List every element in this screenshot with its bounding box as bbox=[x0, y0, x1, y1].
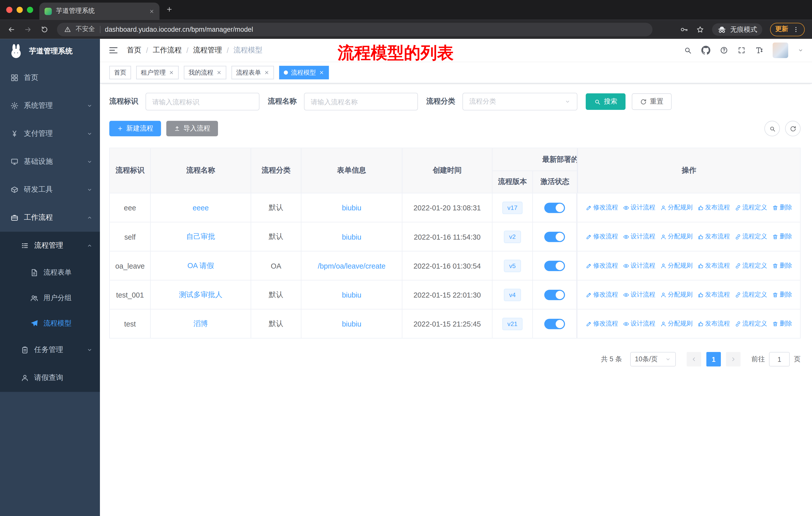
sidebar-item-devtools[interactable]: 研发工具 bbox=[0, 175, 100, 203]
process-name-link[interactable]: 滔博 bbox=[193, 319, 208, 328]
process-definition-link[interactable]: 流程定义 bbox=[734, 261, 767, 270]
prev-page-button[interactable] bbox=[687, 352, 701, 366]
publish-process-link[interactable]: 发布流程 bbox=[697, 261, 730, 270]
sidebar-item-task-management[interactable]: 任务管理 bbox=[0, 336, 100, 364]
page-1-button[interactable]: 1 bbox=[706, 352, 721, 366]
assign-rule-link[interactable]: 分配规则 bbox=[660, 319, 693, 328]
sidebar-item-process-form[interactable]: 流程表单 bbox=[0, 260, 100, 285]
back-button[interactable] bbox=[7, 25, 16, 33]
page-size-select[interactable]: 10条/页 bbox=[630, 352, 676, 366]
edit-process-link[interactable]: 修改流程 bbox=[585, 290, 618, 299]
browser-menu-icon[interactable] bbox=[792, 26, 800, 33]
create-process-button[interactable]: 新建流程 bbox=[109, 121, 161, 136]
assign-rule-link[interactable]: 分配规则 bbox=[660, 290, 693, 299]
form-info-link[interactable]: biubiu bbox=[342, 233, 361, 241]
process-name-link[interactable]: OA 请假 bbox=[187, 261, 214, 270]
process-name-link[interactable]: 自己审批 bbox=[186, 232, 215, 241]
toggle-search-button[interactable] bbox=[764, 121, 780, 136]
goto-page-input[interactable] bbox=[769, 352, 790, 366]
next-page-button[interactable] bbox=[726, 352, 741, 366]
edit-process-link[interactable]: 修改流程 bbox=[585, 203, 618, 212]
window-minimize-button[interactable] bbox=[17, 7, 23, 13]
fullscreen-icon[interactable] bbox=[737, 46, 746, 54]
sidebar-item-payment[interactable]: 支付管理 bbox=[0, 120, 100, 147]
edit-process-link[interactable]: 修改流程 bbox=[585, 261, 618, 270]
process-id-input[interactable] bbox=[145, 93, 260, 110]
sidebar-item-home[interactable]: 首页 bbox=[0, 64, 100, 92]
import-process-button[interactable]: 导入流程 bbox=[166, 121, 218, 136]
process-name-link[interactable]: eeee bbox=[193, 203, 209, 212]
tag-process-form[interactable]: 流程表单 bbox=[232, 66, 274, 79]
process-definition-link[interactable]: 流程定义 bbox=[734, 203, 767, 212]
user-avatar[interactable] bbox=[773, 43, 788, 58]
tag-close-icon[interactable] bbox=[319, 70, 324, 75]
tag-process-model[interactable]: 流程模型 bbox=[279, 66, 329, 79]
tab-close-button[interactable] bbox=[149, 8, 154, 14]
sidebar-item-system[interactable]: 系统管理 bbox=[0, 92, 100, 120]
tag-home[interactable]: 首页 bbox=[109, 66, 131, 79]
password-key-icon[interactable] bbox=[680, 25, 688, 33]
design-process-link[interactable]: 设计流程 bbox=[623, 203, 656, 212]
breadcrumb-item-workflow[interactable]: 工作流程 bbox=[153, 46, 182, 55]
github-icon[interactable] bbox=[701, 46, 710, 55]
publish-process-link[interactable]: 发布流程 bbox=[697, 319, 730, 328]
edit-process-link[interactable]: 修改流程 bbox=[585, 232, 618, 241]
active-toggle[interactable] bbox=[544, 290, 565, 300]
active-toggle[interactable] bbox=[544, 319, 565, 329]
window-close-button[interactable] bbox=[6, 7, 12, 13]
search-button[interactable]: 搜索 bbox=[586, 93, 626, 110]
active-toggle[interactable] bbox=[544, 232, 565, 242]
tag-tenant[interactable]: 租户管理 bbox=[136, 66, 179, 79]
reload-button[interactable] bbox=[40, 25, 49, 33]
forward-button[interactable] bbox=[24, 25, 32, 33]
refresh-table-button[interactable] bbox=[785, 121, 801, 136]
form-info-link[interactable]: biubiu bbox=[342, 320, 361, 328]
design-process-link[interactable]: 设计流程 bbox=[623, 290, 656, 299]
search-icon[interactable] bbox=[684, 46, 692, 54]
publish-process-link[interactable]: 发布流程 bbox=[697, 203, 730, 212]
process-category-select[interactable]: 流程分类 bbox=[462, 93, 577, 110]
publish-process-link[interactable]: 发布流程 bbox=[697, 290, 730, 299]
design-process-link[interactable]: 设计流程 bbox=[623, 232, 656, 241]
breadcrumb-item-home[interactable]: 首页 bbox=[127, 46, 141, 55]
update-button[interactable]: 更新 bbox=[770, 22, 805, 36]
process-definition-link[interactable]: 流程定义 bbox=[734, 232, 767, 241]
sidebar-item-process-management[interactable]: 流程管理 bbox=[0, 232, 100, 260]
process-name-link[interactable]: 测试多审批人 bbox=[179, 290, 223, 299]
edit-process-link[interactable]: 修改流程 bbox=[585, 319, 618, 328]
sidebar-item-infrastructure[interactable]: 基础设施 bbox=[0, 147, 100, 175]
form-info-link[interactable]: /bpm/oa/leave/create bbox=[318, 262, 385, 270]
sidebar-item-workflow[interactable]: 工作流程 bbox=[0, 204, 100, 232]
bookmark-star-icon[interactable] bbox=[696, 25, 704, 33]
sidebar-item-process-model[interactable]: 流程模型 bbox=[0, 310, 100, 336]
browser-tab[interactable]: 芋道管理系统 bbox=[39, 2, 159, 20]
delete-link[interactable]: 删除 bbox=[772, 261, 792, 270]
design-process-link[interactable]: 设计流程 bbox=[623, 319, 656, 328]
active-toggle[interactable] bbox=[544, 261, 565, 271]
font-size-icon[interactable] bbox=[755, 46, 763, 54]
tag-my-process[interactable]: 我的流程 bbox=[184, 66, 226, 79]
address-bar[interactable]: 不安全 dashboard.yudao.iocoder.cn/bpm/manag… bbox=[57, 22, 652, 36]
reset-button[interactable]: 重置 bbox=[632, 93, 671, 110]
delete-link[interactable]: 删除 bbox=[772, 319, 792, 328]
tag-close-icon[interactable] bbox=[169, 70, 174, 75]
sidebar-item-user-group[interactable]: 用户分组 bbox=[0, 285, 100, 311]
sidebar-item-leave-query[interactable]: 请假查询 bbox=[0, 364, 100, 392]
delete-link[interactable]: 删除 bbox=[772, 232, 792, 241]
publish-process-link[interactable]: 发布流程 bbox=[697, 232, 730, 241]
process-name-input[interactable] bbox=[304, 93, 418, 110]
delete-link[interactable]: 删除 bbox=[772, 203, 792, 212]
design-process-link[interactable]: 设计流程 bbox=[623, 261, 656, 270]
tag-close-icon[interactable] bbox=[216, 70, 222, 75]
sidebar-toggle-button[interactable] bbox=[108, 45, 119, 55]
window-zoom-button[interactable] bbox=[27, 7, 33, 13]
active-toggle[interactable] bbox=[544, 202, 565, 213]
assign-rule-link[interactable]: 分配规则 bbox=[660, 232, 693, 241]
form-info-link[interactable]: biubiu bbox=[342, 291, 361, 299]
process-definition-link[interactable]: 流程定义 bbox=[734, 290, 767, 299]
delete-link[interactable]: 删除 bbox=[772, 290, 792, 299]
tag-close-icon[interactable] bbox=[264, 70, 269, 75]
process-definition-link[interactable]: 流程定义 bbox=[734, 319, 767, 328]
breadcrumb-item-process-management[interactable]: 流程管理 bbox=[193, 46, 222, 55]
help-icon[interactable] bbox=[720, 46, 728, 54]
